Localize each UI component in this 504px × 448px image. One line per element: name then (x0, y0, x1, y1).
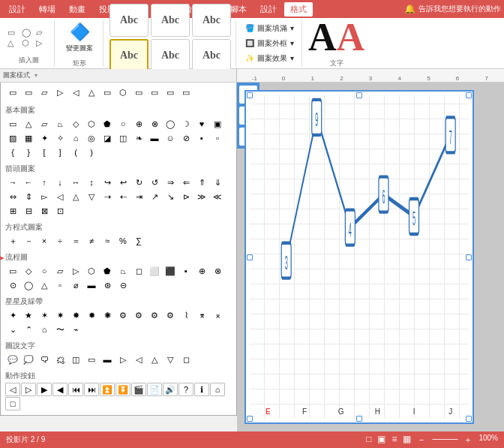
handle-tl[interactable] (247, 92, 253, 98)
recent-shape-10[interactable]: ▭ (163, 86, 178, 99)
recent-shape-8[interactable]: ▭ (131, 86, 146, 99)
ribbon-wave[interactable]: 〜 (52, 323, 68, 336)
action-down[interactable]: ⏬ (116, 383, 130, 396)
recent-shape-6[interactable]: ▭ (100, 86, 115, 99)
flow-seq[interactable]: ⊕ (194, 264, 209, 278)
flow-or[interactable]: ⊗ (210, 264, 225, 278)
shape-cylinder[interactable]: ▫ (210, 131, 225, 145)
recent-shape-9[interactable]: ▭ (147, 86, 162, 99)
arrow-right[interactable]: → (5, 176, 20, 189)
shape-oct[interactable]: ⬟ (100, 117, 115, 131)
abc-btn-3[interactable]: Abc (110, 39, 148, 72)
shape-block1[interactable]: ▨ (5, 131, 20, 145)
eq-approx[interactable]: ≈ (100, 234, 115, 248)
abc-btn-5[interactable]: Abc (192, 39, 231, 72)
shape-trap[interactable]: ⏢ (52, 117, 68, 131)
star-6pt[interactable]: ✶ (37, 308, 52, 322)
shape-diamond[interactable]: ◇ (68, 117, 83, 131)
arrow-pentagon[interactable]: ⊳ (178, 190, 194, 203)
callout-oval[interactable]: 🗨 (37, 353, 52, 366)
banner5[interactable]: ⌃ (21, 323, 36, 336)
arrow-notch-l[interactable]: ⇠ (116, 190, 130, 203)
recent-shape-2[interactable]: ▱ (37, 86, 52, 99)
shape-circle[interactable]: ○ (116, 117, 130, 131)
arrow-up[interactable]: ↑ (37, 176, 52, 189)
callout-border[interactable]: ▬ (100, 353, 115, 366)
shape-bracket-r[interactable]: } (21, 146, 36, 159)
handle-bc[interactable] (356, 416, 362, 422)
arrow-ud[interactable]: ↕ (84, 176, 99, 189)
action-back[interactable]: ◁ (5, 383, 20, 396)
shape-ring[interactable]: ◎ (84, 131, 99, 145)
star-12pt[interactable]: ✺ (100, 308, 115, 322)
gear2[interactable]: ⚙ (131, 308, 146, 322)
action-next[interactable]: ▶ (37, 383, 52, 396)
abc-btn-1[interactable]: Abc (151, 4, 190, 37)
arrow-bend-l[interactable]: ↩ (116, 176, 130, 189)
action-fwd[interactable]: ▷ (21, 383, 36, 396)
star-8pt[interactable]: ✸ (68, 308, 83, 322)
arrow-dbl-l[interactable]: ⇐ (178, 176, 194, 189)
flow-store[interactable]: ⬛ (163, 264, 178, 278)
zoom-plus[interactable]: ＋ (464, 434, 472, 446)
recent-shape-3[interactable]: ▷ (52, 86, 68, 99)
action-sound[interactable]: 🔊 (163, 383, 178, 396)
arrow-bend-r[interactable]: ↪ (100, 176, 115, 189)
tab-format[interactable]: 格式 (284, 2, 313, 17)
flow-multi[interactable]: ⬜ (147, 264, 162, 278)
banner3[interactable]: ⌅ (210, 308, 225, 322)
flow-delay[interactable]: ▪ (178, 264, 194, 278)
tab-transition[interactable]: 轉場 (33, 2, 62, 17)
flow-conc[interactable]: ⊛ (100, 278, 115, 292)
status-icon-3[interactable]: ▦ (403, 434, 411, 446)
flow-oval[interactable]: ○ (37, 264, 52, 278)
shape-house[interactable]: ⌂ (68, 131, 83, 145)
flow-pred[interactable]: ⬡ (84, 264, 99, 278)
handle-br[interactable] (466, 416, 472, 422)
arrow-curve2[interactable]: ↘ (163, 190, 178, 203)
flow-note[interactable]: ▬ (84, 278, 99, 292)
shape-rect[interactable]: ▭ (5, 117, 20, 131)
flow-summ[interactable]: ⊙ (5, 278, 20, 292)
star-7pt[interactable]: ✷ (52, 308, 68, 322)
shape-paren-r[interactable]: ) (84, 146, 99, 159)
arrow-chevron[interactable]: ≫ (194, 190, 209, 203)
flow-card[interactable]: ▫ (52, 278, 68, 292)
arrow-circ[interactable]: ↻ (131, 176, 146, 189)
callout-left[interactable]: ◁ (131, 353, 146, 366)
shape-paren-l[interactable]: ( (68, 146, 83, 159)
status-icon-2[interactable]: ≡ (392, 434, 397, 446)
arrow-dbl-lr[interactable]: ⇔ (5, 190, 20, 203)
arrow-tab[interactable]: ⊡ (52, 204, 68, 218)
star-10pt[interactable]: ✹ (84, 308, 99, 322)
outline-button[interactable]: 🔲 圖案外框 ▾ (242, 37, 297, 50)
flow-manual[interactable]: ⏢ (116, 264, 130, 278)
arrow-chevron2[interactable]: ≪ (210, 190, 225, 203)
flow-rect[interactable]: ▭ (5, 264, 20, 278)
shape-cube[interactable]: ▪ (194, 131, 209, 145)
eq-percent[interactable]: % (116, 234, 130, 248)
action-help[interactable]: ? (178, 383, 194, 396)
flow-display[interactable]: ◯ (21, 278, 36, 292)
shape-no[interactable]: ⊘ (178, 131, 194, 145)
eq-equals[interactable]: ＝ (68, 234, 83, 248)
action-last[interactable]: ⏭ (84, 383, 99, 396)
shape-para[interactable]: ▱ (37, 117, 52, 131)
action-info[interactable]: ℹ (194, 383, 209, 396)
flow-offpage[interactable]: △ (37, 278, 52, 292)
shape-star4[interactable]: ✦ (37, 131, 52, 145)
shape-picker[interactable]: ▭ ▭ ▱ ▷ ◁ △ ▭ ⬡ ▭ ▭ ▭ ▭ 基本圖案 ▭ △ ▱ ⏢ ◇ (0, 83, 237, 416)
callout-corner[interactable]: ◻ (178, 353, 194, 366)
shape-plaque[interactable]: ▬ (147, 131, 162, 145)
shape-sqbracket-l[interactable]: [ (37, 146, 52, 159)
action-doc[interactable]: 📄 (147, 383, 162, 396)
gear3[interactable]: ⚙ (147, 308, 162, 322)
recent-shape-11[interactable]: ▭ (178, 86, 194, 99)
eq-div[interactable]: ÷ (52, 234, 68, 248)
arrow-dbl-d[interactable]: ⇓ (210, 176, 225, 189)
handle-tr[interactable] (466, 92, 472, 98)
shape-frame[interactable]: ▣ (210, 117, 225, 131)
effect-button[interactable]: ✨ 圖案效果 ▾ (242, 52, 297, 65)
flow-para[interactable]: ▱ (52, 264, 68, 278)
arrow-lr[interactable]: ↔ (68, 176, 83, 189)
